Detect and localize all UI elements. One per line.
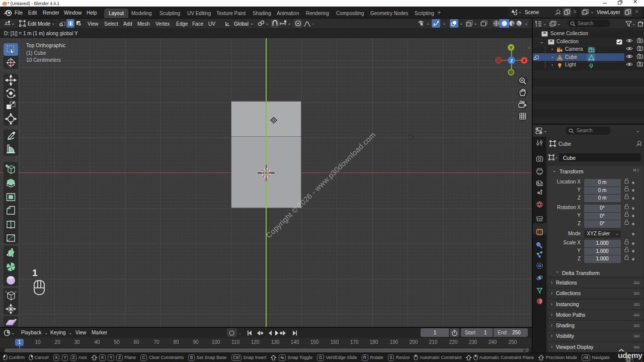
svg-text:X: X bbox=[523, 58, 526, 63]
svg-text:Y: Y bbox=[510, 45, 513, 50]
svg-text:Z: Z bbox=[510, 58, 513, 63]
